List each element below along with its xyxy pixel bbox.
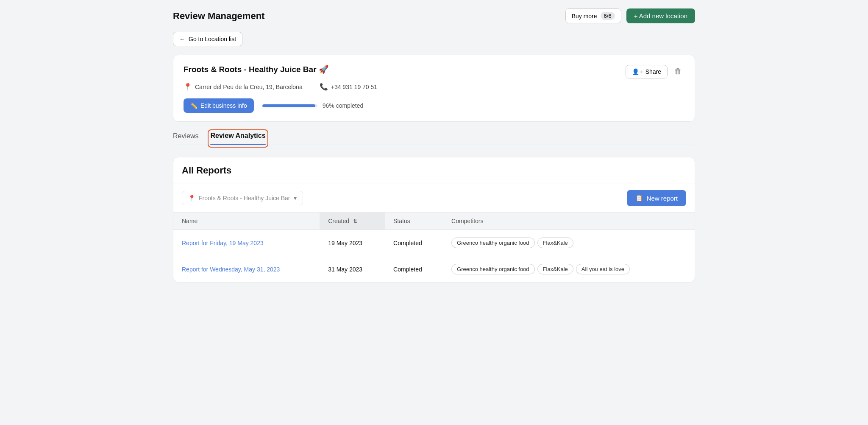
- new-report-button[interactable]: 📋 New report: [627, 190, 686, 206]
- competitor-tag: Flax&Kale: [537, 238, 573, 248]
- report-name-cell: Report for Friday, 19 May 2023: [173, 230, 320, 256]
- address-item: 📍 Carrer del Peu de la Creu, 19, Barcelo…: [184, 83, 303, 91]
- share-icon: 👤+: [632, 68, 643, 75]
- buy-more-badge: 6/6: [601, 12, 615, 20]
- header-actions: Buy more 6/6 + Add new location: [565, 8, 695, 23]
- location-selector[interactable]: 📍 Froots & Roots - Healthy Juice Bar ▾: [182, 191, 303, 205]
- report-competitors-cell: Greenco healthy organic foodFlax&Kale: [443, 230, 695, 256]
- col-status: Status: [385, 212, 443, 230]
- report-status-cell: Completed: [385, 256, 443, 282]
- business-footer: ✏️ Edit business info 96% completed: [184, 98, 684, 113]
- table-row: Report for Friday, 19 May 202319 May 202…: [173, 230, 695, 256]
- edit-icon: ✏️: [190, 102, 198, 109]
- tab-reviews-label: Reviews: [173, 132, 198, 140]
- business-name: Froots & Roots - Healthy Juice Bar 🚀: [184, 64, 329, 74]
- new-report-label: New report: [647, 195, 678, 202]
- business-meta: 📍 Carrer del Peu de la Creu, 19, Barcelo…: [184, 83, 684, 91]
- location-pin-icon: 📍: [188, 195, 195, 201]
- location-icon: 📍: [184, 83, 192, 91]
- buy-more-button[interactable]: Buy more 6/6: [565, 8, 621, 23]
- trash-icon: 🗑: [674, 67, 682, 75]
- go-to-location-list-button[interactable]: ← Go to Location list: [173, 32, 242, 46]
- tabs: Reviews Review Analytics: [173, 132, 695, 145]
- sort-icon: ⇅: [353, 218, 357, 224]
- share-label: Share: [645, 68, 661, 75]
- location-selector-label: Froots & Roots - Healthy Juice Bar: [199, 195, 290, 201]
- business-card: Froots & Roots - Healthy Juice Bar 🚀 👤+ …: [173, 55, 695, 122]
- phone-item: 📞 +34 931 19 70 51: [320, 83, 377, 91]
- delete-button[interactable]: 🗑: [672, 64, 684, 78]
- competitor-tag: Greenco healthy organic food: [451, 238, 535, 248]
- col-name: Name: [173, 212, 320, 230]
- competitor-tag: Greenco healthy organic food: [451, 264, 535, 274]
- report-created-cell: 19 May 2023: [320, 230, 385, 256]
- report-competitors-cell: Greenco healthy organic foodFlax&KaleAll…: [443, 256, 695, 282]
- edit-business-info-button[interactable]: ✏️ Edit business info: [184, 98, 254, 113]
- page-title: Review Management: [173, 11, 264, 22]
- share-button[interactable]: 👤+ Share: [626, 65, 668, 78]
- header: Review Management Buy more 6/6 + Add new…: [173, 8, 695, 23]
- reports-tbody: Report for Friday, 19 May 202319 May 202…: [173, 230, 695, 282]
- col-created[interactable]: Created ⇅: [320, 212, 385, 230]
- report-name-link[interactable]: Report for Friday, 19 May 2023: [182, 240, 264, 246]
- add-location-label: + Add new location: [634, 12, 687, 20]
- reports-header: All Reports: [173, 157, 695, 184]
- edit-label: Edit business info: [200, 102, 247, 109]
- all-reports-title: All Reports: [182, 165, 231, 176]
- back-button-label: Go to Location list: [189, 36, 236, 42]
- progress-bar-track: [262, 104, 317, 107]
- tab-reviews[interactable]: Reviews: [173, 132, 198, 145]
- reports-toolbar: 📍 Froots & Roots - Healthy Juice Bar ▾ 📋…: [173, 184, 695, 212]
- tab-review-analytics[interactable]: Review Analytics: [210, 132, 265, 145]
- progress-bar-container: 96% completed: [262, 102, 364, 109]
- business-card-header: Froots & Roots - Healthy Juice Bar 🚀 👤+ …: [184, 64, 684, 78]
- reports-table: Name Created ⇅ Status Competitors Report…: [173, 212, 695, 282]
- report-status-cell: Completed: [385, 230, 443, 256]
- report-name-link[interactable]: Report for Wednesday, May 31, 2023: [182, 266, 280, 273]
- reports-section: All Reports 📍 Froots & Roots - Healthy J…: [173, 157, 695, 282]
- table-row: Report for Wednesday, May 31, 202331 May…: [173, 256, 695, 282]
- phone-icon: 📞: [320, 83, 328, 91]
- competitor-tag: All you eat is love: [576, 264, 630, 274]
- report-created-cell: 31 May 2023: [320, 256, 385, 282]
- chevron-down-icon: ▾: [294, 195, 297, 201]
- tab-review-analytics-label: Review Analytics: [210, 132, 265, 139]
- back-arrow-icon: ←: [179, 36, 185, 42]
- buy-more-label: Buy more: [572, 13, 597, 20]
- progress-bar-fill: [262, 104, 315, 107]
- competitor-tag: Flax&Kale: [537, 264, 573, 274]
- add-location-button[interactable]: + Add new location: [626, 8, 695, 23]
- table-header: Name Created ⇅ Status Competitors: [173, 212, 695, 230]
- business-card-actions: 👤+ Share 🗑: [626, 64, 684, 78]
- page: Review Management Buy more 6/6 + Add new…: [163, 0, 705, 291]
- business-phone: +34 931 19 70 51: [331, 84, 377, 90]
- progress-label: 96% completed: [323, 102, 364, 109]
- business-address: Carrer del Peu de la Creu, 19, Barcelona: [195, 84, 303, 90]
- col-competitors: Competitors: [443, 212, 695, 230]
- report-icon: 📋: [635, 194, 643, 202]
- report-name-cell: Report for Wednesday, May 31, 2023: [173, 256, 320, 282]
